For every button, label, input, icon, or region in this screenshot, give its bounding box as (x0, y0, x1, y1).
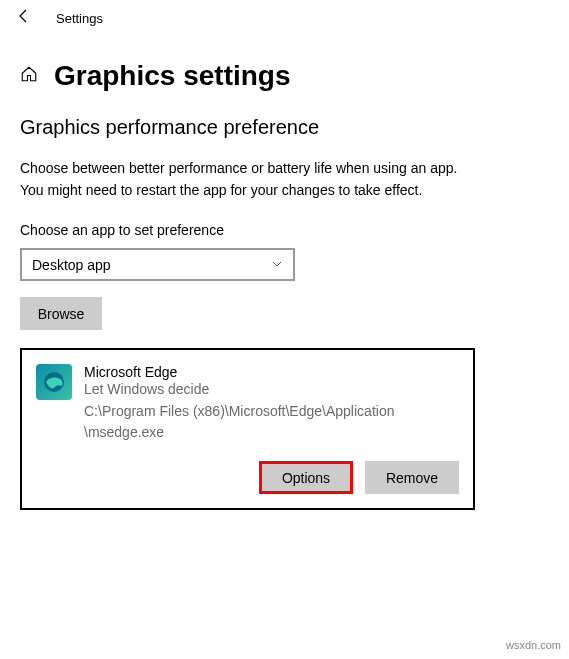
browse-button[interactable]: Browse (20, 297, 102, 330)
content-area: Graphics performance preference Choose b… (0, 100, 569, 526)
app-buttons-row: Options Remove (36, 461, 459, 494)
app-text-block: Microsoft Edge Let Windows decide C:\Pro… (84, 364, 459, 443)
app-type-dropdown[interactable]: Desktop app (20, 248, 295, 281)
page-title-row: Graphics settings (0, 36, 569, 100)
page-title: Graphics settings (54, 60, 291, 92)
dropdown-selected: Desktop app (32, 257, 111, 273)
app-info-row: Microsoft Edge Let Windows decide C:\Pro… (36, 364, 459, 443)
app-preference: Let Windows decide (84, 381, 459, 397)
remove-label: Remove (386, 470, 438, 486)
chooser-label: Choose an app to set preference (20, 222, 549, 238)
remove-button[interactable]: Remove (365, 461, 459, 494)
options-button[interactable]: Options (259, 461, 353, 494)
edge-icon (36, 364, 72, 400)
app-path: C:\Program Files (x86)\Microsoft\Edge\Ap… (84, 401, 459, 443)
app-card: Microsoft Edge Let Windows decide C:\Pro… (20, 348, 475, 510)
description-text: Choose between better performance or bat… (20, 159, 549, 179)
home-icon[interactable] (20, 65, 38, 87)
header-title: Settings (56, 11, 103, 26)
subdescription-text: You might need to restart the app for yo… (20, 181, 549, 201)
chevron-down-icon (271, 256, 283, 274)
header-bar: Settings (0, 0, 569, 36)
options-label: Options (282, 470, 330, 486)
app-name: Microsoft Edge (84, 364, 459, 380)
browse-label: Browse (38, 306, 85, 322)
section-heading: Graphics performance preference (20, 116, 549, 139)
back-arrow-icon[interactable] (16, 8, 32, 28)
watermark: wsxdn.com (506, 639, 561, 651)
